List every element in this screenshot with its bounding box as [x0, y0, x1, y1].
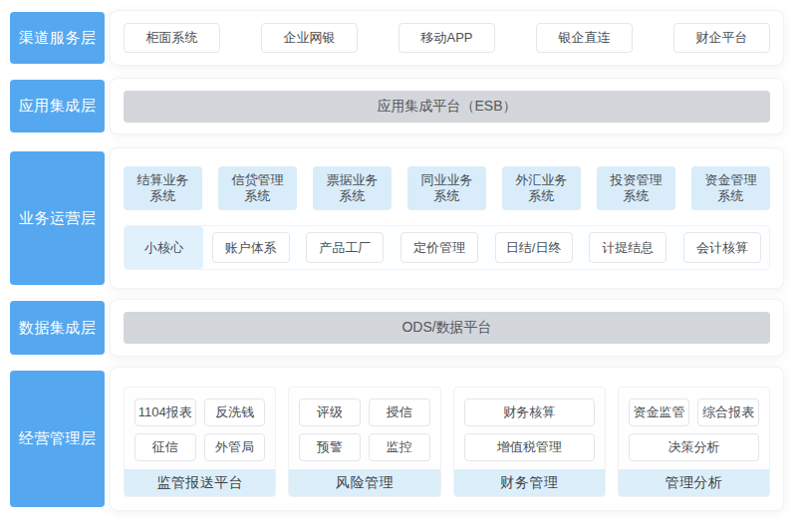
group-finance-body: 财务核算 增值税管理	[454, 388, 605, 469]
core-box-account-system: 账户体系	[212, 232, 290, 263]
mgmt-box-early-warning: 预警	[299, 433, 361, 461]
channel-box-counter-system: 柜面系统	[124, 23, 220, 53]
mgmt-box-safe-admin: 外管局	[204, 433, 266, 461]
mgmt-box-decision-analysis: 决策分析	[629, 433, 759, 461]
layer-card-business: 结算业务 系统 信贷管理 系统 票据业务 系统 同业业务 系统 外汇业务 系统 …	[110, 147, 784, 289]
core-box-pricing-management: 定价管理	[400, 232, 478, 263]
layer-label-integration: 应用集成层	[10, 80, 105, 133]
business-systems-row: 结算业务 系统 信贷管理 系统 票据业务 系统 同业业务 系统 外汇业务 系统 …	[124, 166, 770, 210]
system-box-forex: 外汇业务 系统	[502, 166, 581, 210]
group-title-regulatory-reporting: 监管报送平台	[125, 469, 275, 496]
mgmt-box-vat-management: 增值税管理	[464, 433, 595, 461]
group-title-management-analysis: 管理分析	[619, 469, 769, 496]
group-finance-management: 财务核算 增值税管理 财务管理	[453, 387, 606, 497]
mgmt-box-anti-money-laundering: 反洗钱	[204, 399, 266, 426]
core-banking-row: 小核心 账户体系 产品工厂 定价管理 日结/日终 计提结息 会计核算	[124, 225, 770, 270]
layer-card-channel: 柜面系统 企业网银 移动APP 银企直连 财企平台	[110, 10, 784, 66]
mgmt-box-comprehensive-report: 综合报表	[697, 399, 759, 426]
layer-label-management: 经营管理层	[10, 371, 105, 507]
system-box-investment: 投资管理 系统	[597, 166, 675, 210]
group-analysis-body: 资金监管 综合报表 决策分析	[619, 388, 769, 469]
channel-box-bank-enterprise-link: 银企直连	[536, 23, 633, 53]
architecture-diagram: 渠道服务层 柜面系统 企业网银 移动APP 银企直连 财企平台 应用集成层 应用…	[0, 0, 797, 532]
system-box-credit: 信贷管理 系统	[218, 166, 297, 210]
system-box-bills: 票据业务 系统	[313, 166, 392, 210]
core-box-end-of-day: 日结/日终	[495, 232, 573, 263]
mgmt-box-fund-supervision: 资金监管	[629, 399, 690, 426]
layer-row-data: 数据集成层 ODS/数据平台	[10, 299, 784, 357]
group-regulatory-body: 1104报表 反洗钱 征信 外管局	[125, 388, 275, 469]
channel-box-finance-enterprise-platform: 财企平台	[673, 23, 770, 53]
mgmt-box-monitoring: 监控	[369, 433, 430, 461]
layer-card-integration: 应用集成平台（ESB）	[110, 78, 784, 134]
mgmt-box-financial-accounting: 财务核算	[464, 399, 595, 426]
group-risk-management: 评级 授信 预警 监控 风险管理	[288, 387, 440, 497]
core-highlight-box: 小核心	[125, 226, 203, 269]
ods-platform-bar: ODS/数据平台	[124, 312, 770, 344]
layer-label-business: 业务运营层	[10, 151, 105, 285]
mgmt-box-1104-report: 1104报表	[134, 399, 196, 426]
group-title-risk-management: 风险管理	[289, 469, 439, 496]
channel-box-mobile-app: 移动APP	[398, 23, 495, 53]
core-box-interest-accrual: 计提结息	[589, 232, 666, 263]
layer-label-data: 数据集成层	[10, 301, 105, 355]
esb-platform-bar: 应用集成平台（ESB）	[124, 91, 770, 123]
mgmt-box-credit-reference: 征信	[134, 433, 196, 461]
layer-card-data: ODS/数据平台	[110, 299, 784, 357]
layer-row-channel: 渠道服务层 柜面系统 企业网银 移动APP 银企直连 财企平台	[10, 10, 784, 66]
system-box-interbank: 同业业务 系统	[407, 166, 486, 210]
mgmt-box-rating: 评级	[299, 399, 361, 426]
group-management-analysis: 资金监管 综合报表 决策分析 管理分析	[618, 387, 770, 497]
layer-row-business: 业务运营层 结算业务 系统 信贷管理 系统 票据业务 系统 同业业务 系统 外汇…	[10, 147, 784, 289]
layer-card-management: 1104报表 反洗钱 征信 外管局 监管报送平台 评级	[110, 367, 784, 511]
core-box-product-factory: 产品工厂	[306, 232, 384, 263]
group-risk-body: 评级 授信 预警 监控	[289, 388, 439, 469]
layer-row-integration: 应用集成层 应用集成平台（ESB）	[10, 78, 784, 134]
layer-row-management: 经营管理层 1104报表 反洗钱 征信 外管局 监管报送平台	[10, 367, 784, 511]
channel-box-corporate-ebank: 企业网银	[261, 23, 358, 53]
group-regulatory-reporting: 1104报表 反洗钱 征信 外管局 监管报送平台	[124, 387, 276, 497]
management-groups: 1104报表 反洗钱 征信 外管局 监管报送平台 评级	[124, 387, 770, 497]
system-box-settlement: 结算业务 系统	[124, 166, 202, 210]
system-box-treasury: 资金管理 系统	[691, 166, 770, 210]
layer-label-channel: 渠道服务层	[10, 12, 105, 64]
group-title-finance-management: 财务管理	[454, 469, 605, 496]
core-box-accounting: 会计核算	[683, 232, 761, 263]
mgmt-box-credit-granting: 授信	[369, 399, 430, 426]
